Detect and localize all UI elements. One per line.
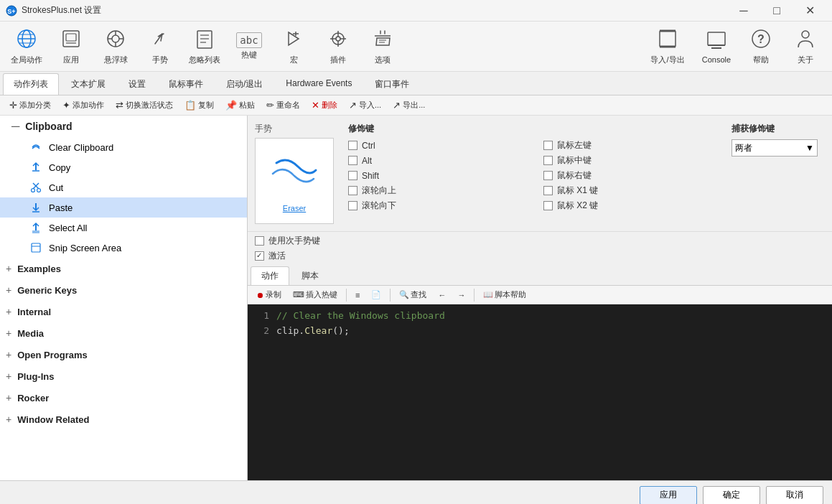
gesture-box: Eraser [255, 138, 334, 224]
toolbar-plugin[interactable]: 插件 [317, 25, 359, 68]
tab-window-events[interactable]: 窗口事件 [364, 73, 420, 95]
sidebar-group-examples[interactable]: + Examples [0, 258, 247, 279]
add-category-button[interactable]: ✛ 添加分类 [4, 98, 56, 113]
sidebar-item-paste[interactable]: Paste [0, 197, 247, 218]
toolbar-help[interactable]: ? 帮助 [740, 25, 782, 68]
list-button[interactable]: ≡ [351, 289, 364, 301]
ok-button[interactable]: 确定 [703, 486, 760, 505]
toolbar-gesture[interactable]: 手势 [139, 25, 181, 68]
modifier-ctrl: Ctrl [348, 139, 522, 151]
maximize-button[interactable]: □ [760, 0, 793, 22]
mouse-right-checkbox[interactable] [543, 171, 553, 180]
toolbar-import-export[interactable]: 导入/导出 [642, 25, 693, 68]
insert-hotkey-button[interactable]: ⌨ 插入热键 [289, 288, 342, 302]
cut-label: Cut [49, 182, 63, 193]
collapse-icon[interactable]: ─ [11, 120, 19, 133]
tab-script[interactable]: 脚本 [291, 266, 329, 285]
shift-checkbox[interactable] [348, 171, 357, 180]
tab-settings[interactable]: 设置 [118, 73, 156, 95]
minimize-button[interactable]: ─ [727, 0, 760, 22]
toolbar-ignore-list[interactable]: 忽略列表 [184, 25, 225, 68]
sidebar-item-cut[interactable]: Cut [0, 177, 247, 197]
open-programs-label: Open Programs [17, 350, 88, 360]
toggle-active-button[interactable]: ⇄ 切换激活状态 [111, 98, 178, 113]
capture-select[interactable]: 两者 ▼ [731, 139, 818, 157]
secondary-gesture-checkbox[interactable] [255, 236, 264, 246]
tab-hardware-events[interactable]: Hardware Events [275, 73, 363, 95]
scroll-up-checkbox[interactable] [348, 186, 357, 195]
cancel-button[interactable]: 取消 [766, 486, 823, 505]
toolbar-app[interactable]: 应用 [50, 25, 92, 68]
sidebar-group-internal[interactable]: + Internal [0, 301, 247, 322]
add-category-label: 添加分类 [19, 100, 51, 111]
copy-label: 复制 [198, 100, 214, 111]
mouse-middle-checkbox[interactable] [543, 156, 553, 165]
toolbar-console[interactable]: Console [696, 25, 737, 68]
ctrl-checkbox[interactable] [348, 141, 357, 150]
toolbar-options[interactable]: 选项 [362, 25, 403, 68]
paste-button[interactable]: 📌 粘贴 [220, 98, 260, 113]
export-icon: ↗ [393, 100, 401, 111]
svg-point-11 [112, 35, 119, 42]
toolbar-macro[interactable]: 宏 [273, 25, 314, 68]
tab-mouse-event[interactable]: 鼠标事件 [158, 73, 214, 95]
add-action-button[interactable]: ✦ 添加动作 [57, 98, 109, 113]
list-icon: ≡ [355, 291, 360, 299]
script-help-button[interactable]: 📖 脚本帮助 [479, 288, 530, 302]
forward-button[interactable]: → [453, 289, 469, 301]
rocker-expand-icon: + [6, 392, 11, 403]
sidebar-item-snip-screen[interactable]: Snip Screen Area [0, 238, 247, 258]
add-action-label: 添加动作 [73, 100, 104, 111]
scroll-down-checkbox[interactable] [348, 201, 357, 210]
import-button[interactable]: ↗ 导入... [344, 98, 386, 113]
toolbar-hotkey[interactable]: abc 热键 [228, 25, 270, 68]
delete-button[interactable]: ✕ 删除 [307, 98, 342, 113]
modifier-section: 修饰键 Ctrl 鼠标左键 Alt [348, 123, 717, 224]
find-button[interactable]: 🔍 查找 [395, 288, 431, 302]
modifier-alt: Alt [348, 154, 522, 167]
back-button[interactable]: ← [434, 289, 450, 301]
mouse-left-checkbox[interactable] [543, 141, 553, 150]
toolbar-floating-ball[interactable]: 悬浮球 [95, 25, 136, 68]
toolbar-floating-ball-label: 悬浮球 [104, 55, 128, 65]
macro-icon [283, 28, 304, 53]
paste-icon: 📌 [225, 100, 237, 111]
toolbar-app-label: 应用 [63, 55, 79, 65]
sidebar-item-select-all[interactable]: Select All [0, 218, 247, 238]
rename-button[interactable]: ✏ 重命名 [261, 98, 305, 113]
record-button[interactable]: ⏺ 录制 [252, 288, 286, 302]
tab-action[interactable]: 动作 [251, 266, 289, 285]
sidebar-group-media[interactable]: + Media [0, 322, 247, 344]
mouse-x1-checkbox[interactable] [543, 186, 553, 195]
toolbar-about[interactable]: 关于 [785, 25, 826, 68]
sidebar-item-copy[interactable]: Copy [0, 157, 247, 177]
import-icon: ↗ [349, 100, 357, 111]
app-icon [60, 28, 82, 53]
alt-checkbox[interactable] [348, 156, 357, 165]
gesture-link[interactable]: Eraser [283, 204, 306, 215]
activate-checkbox[interactable] [255, 251, 264, 261]
sidebar-group-plug-ins[interactable]: + Plug-Ins [0, 365, 247, 387]
svg-point-24 [336, 37, 340, 41]
sidebar-group-window-related[interactable]: + Window Related [0, 409, 247, 430]
toolbar-global-action[interactable]: 全局动作 [6, 25, 47, 68]
export-button[interactable]: ↗ 导出... [388, 98, 430, 113]
sidebar-group-rocker[interactable]: + Rocker [0, 387, 247, 409]
mouse-x2-checkbox[interactable] [543, 201, 553, 210]
clipboard-group-header[interactable]: ─ Clipboard [0, 116, 247, 137]
apply-button[interactable]: 应用 [640, 486, 697, 505]
code-editor[interactable]: 1 // Clear the Windows clipboard 2 clip.… [248, 304, 832, 480]
sidebar-item-clear-clipboard[interactable]: Clear Clipboard [0, 137, 247, 157]
window-controls: ─ □ ✕ [727, 0, 826, 22]
examples-label: Examples [17, 263, 61, 274]
tab-startup-exit[interactable]: 启动/退出 [215, 73, 274, 95]
sidebar-group-open-programs[interactable]: + Open Programs [0, 344, 247, 365]
toolbar-console-label: Console [702, 55, 731, 64]
tab-text-expansion[interactable]: 文本扩展 [60, 73, 116, 95]
close-button[interactable]: ✕ [793, 0, 826, 22]
tab-action-list[interactable]: 动作列表 [3, 73, 59, 95]
copy-button[interactable]: 📋 复制 [179, 98, 219, 113]
file-button[interactable]: 📄 [367, 289, 385, 301]
find-icon: 🔍 [399, 290, 409, 299]
sidebar-group-generic-keys[interactable]: + Generic Keys [0, 279, 247, 301]
